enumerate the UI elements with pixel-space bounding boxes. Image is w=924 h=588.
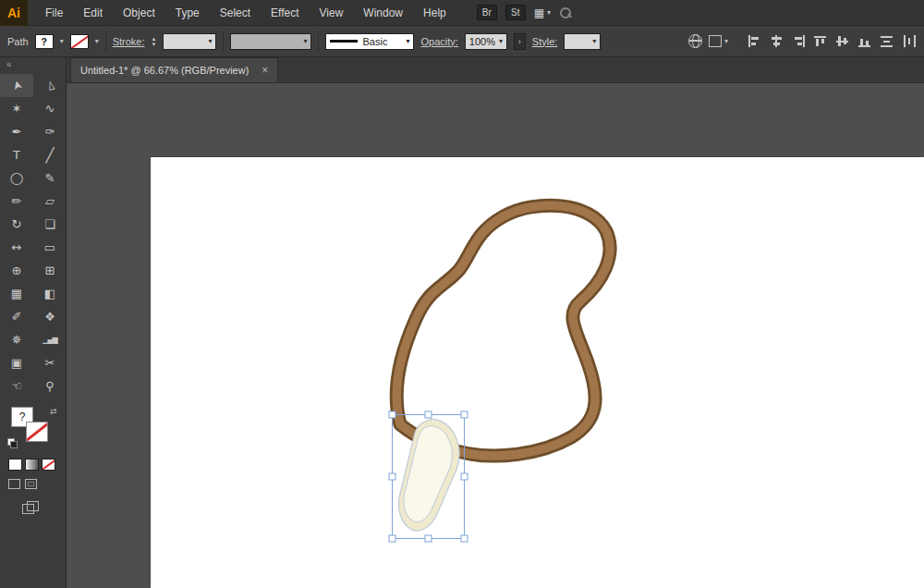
document-tab[interactable]: Untitled-1* @ 66.67% (RGB/Preview) × — [70, 57, 278, 82]
eraser-tool[interactable]: ▱ — [33, 190, 67, 213]
slice-tool-icon: ✂ — [45, 356, 55, 370]
color-button[interactable] — [8, 459, 22, 471]
direct-selection-tool[interactable]: ▻ — [33, 74, 67, 97]
pen-tool[interactable]: ✒ — [0, 120, 33, 143]
pen-tool-icon: ✒ — [12, 125, 22, 139]
screen-mode-icon[interactable] — [22, 501, 38, 513]
selection-tool[interactable]: ➤ — [0, 74, 33, 97]
search-icon[interactable] — [559, 6, 572, 19]
scale-tool[interactable]: ❏ — [33, 213, 67, 236]
menu-help[interactable]: Help — [413, 0, 456, 26]
default-fill-stroke-icon[interactable] — [7, 438, 17, 447]
draw-normal-icon[interactable] — [8, 479, 20, 489]
perspective-grid-tool[interactable]: ⊞ — [33, 259, 67, 282]
type-tool[interactable]: T — [0, 143, 33, 166]
shape-builder-tool-icon: ⊕ — [12, 263, 22, 277]
stroke-chevron-icon[interactable]: ▾ — [95, 37, 99, 45]
opacity-label[interactable]: Opacity: — [420, 36, 457, 47]
bridge-button[interactable]: Br — [477, 5, 497, 20]
curvature-tool-icon: ✑ — [45, 125, 55, 139]
menu-select[interactable]: Select — [210, 0, 261, 26]
step-down-icon[interactable]: ▼ — [152, 42, 157, 47]
document-setup-icon[interactable] — [709, 35, 722, 47]
mesh-tool[interactable]: ▦ — [0, 282, 33, 305]
magic-wand-tool[interactable]: ✶ — [0, 97, 33, 120]
none-button[interactable] — [42, 459, 55, 471]
magic-wand-tool-icon: ✶ — [12, 102, 22, 116]
hand-tool[interactable]: ☜ — [0, 374, 33, 398]
canvas[interactable] — [67, 83, 924, 588]
menu-file[interactable]: File — [35, 0, 73, 26]
chevron-down-icon: ▾ — [499, 37, 503, 45]
lasso-tool[interactable]: ∿ — [33, 97, 67, 120]
menu-edit[interactable]: Edit — [73, 0, 113, 26]
opacity-input[interactable]: 100%▾ — [465, 33, 507, 50]
context-label: Path — [7, 36, 29, 47]
slice-tool[interactable]: ✂ — [33, 351, 67, 374]
align-h-center-icon[interactable] — [770, 35, 784, 47]
rotate-tool-icon: ↻ — [12, 217, 22, 231]
menu-view[interactable]: View — [310, 0, 354, 26]
gradient-tool[interactable]: ◧ — [33, 282, 67, 305]
symbol-sprayer-tool-icon: ✵ — [12, 333, 22, 347]
shape-builder-tool[interactable]: ⊕ — [0, 259, 33, 282]
document-tab-title: Untitled-1* @ 66.67% (RGB/Preview) — [80, 65, 249, 76]
symbol-sprayer-tool[interactable]: ✵ — [0, 328, 33, 351]
stroke-swatch[interactable] — [26, 422, 48, 442]
menu-object[interactable]: Object — [113, 0, 165, 26]
stroke-label[interactable]: Stroke: — [113, 36, 145, 47]
zoom-tool[interactable]: ⚲ — [33, 374, 67, 398]
width-profile-select[interactable]: ▾ — [230, 33, 311, 50]
stroke-weight-stepper[interactable]: ▲▼ — [152, 36, 157, 47]
width-tool[interactable]: ↔ — [0, 236, 33, 259]
gradient-button[interactable] — [25, 459, 39, 471]
fill-chevron-icon[interactable]: ▾ — [60, 37, 64, 45]
artboard[interactable] — [151, 157, 924, 588]
fill-color-control[interactable]: ? — [35, 34, 54, 49]
stock-button[interactable]: St — [505, 5, 526, 20]
style-label[interactable]: Style: — [532, 36, 558, 47]
globe-icon[interactable] — [688, 34, 702, 48]
tools-panel: « ➤▻✶∿✒✑T╱◯✎✏▱↻❏↔▭⊕⊞▦◧✐❖✵▁▄▆▣✂☜⚲ ? ⇄ — [0, 57, 67, 588]
arrange-documents-icon[interactable]: ▦▾ — [534, 6, 551, 19]
line-segment-tool[interactable]: ╱ — [33, 143, 67, 166]
draw-inside-icon[interactable] — [25, 479, 37, 489]
align-v-center-icon[interactable] — [836, 35, 850, 47]
stroke-weight-select[interactable]: ▾ — [163, 33, 216, 50]
blend-tool[interactable]: ❖ — [33, 305, 67, 328]
free-transform-tool[interactable]: ▭ — [33, 236, 67, 259]
pencil-tool[interactable]: ✏ — [0, 190, 33, 213]
align-right-icon[interactable] — [792, 35, 806, 47]
opacity-panel-arrow[interactable]: › — [514, 33, 526, 50]
paintbrush-tool[interactable]: ✎ — [33, 166, 67, 190]
menu-type[interactable]: Type — [165, 0, 210, 26]
menu-effect[interactable]: Effect — [261, 0, 309, 26]
fill-stroke-control: ? ⇄ — [7, 407, 59, 451]
width-tool-icon: ↔ — [12, 240, 22, 254]
graphic-style-select[interactable]: ▾ — [564, 33, 601, 50]
menu-window[interactable]: Window — [353, 0, 413, 26]
ellipse-tool[interactable]: ◯ — [0, 166, 33, 190]
align-left-icon[interactable] — [748, 35, 761, 47]
rotate-tool[interactable]: ↻ — [0, 213, 33, 236]
tab-close-icon[interactable]: × — [261, 64, 268, 77]
artboard-tool[interactable]: ▣ — [0, 351, 33, 374]
distribute-v-icon[interactable] — [881, 35, 894, 47]
blend-tool-icon: ❖ — [44, 310, 55, 324]
work-area: Untitled-1* @ 66.67% (RGB/Preview) × — [67, 57, 924, 588]
app-logo[interactable]: Ai — [0, 0, 28, 26]
stroke-color-control[interactable] — [70, 34, 89, 49]
swap-fill-stroke-icon[interactable]: ⇄ — [50, 407, 57, 416]
distribute-h-icon[interactable] — [903, 35, 917, 47]
opacity-value: 100% — [469, 36, 495, 47]
align-bottom-icon[interactable] — [858, 35, 872, 47]
direct-selection-tool-icon: ▻ — [42, 80, 57, 92]
align-top-icon[interactable] — [814, 35, 828, 47]
panel-collapse-button[interactable]: « — [0, 57, 66, 72]
main-area: « ➤▻✶∿✒✑T╱◯✎✏▱↻❏↔▭⊕⊞▦◧✐❖✵▁▄▆▣✂☜⚲ ? ⇄ — [0, 57, 924, 588]
eyedropper-tool[interactable]: ✐ — [0, 305, 33, 328]
chevron-down-icon: ▾ — [592, 37, 596, 45]
column-graph-tool[interactable]: ▁▄▆ — [33, 328, 67, 351]
stroke-style-select[interactable]: Basic ▾ — [325, 33, 414, 50]
curvature-tool[interactable]: ✑ — [33, 120, 67, 143]
